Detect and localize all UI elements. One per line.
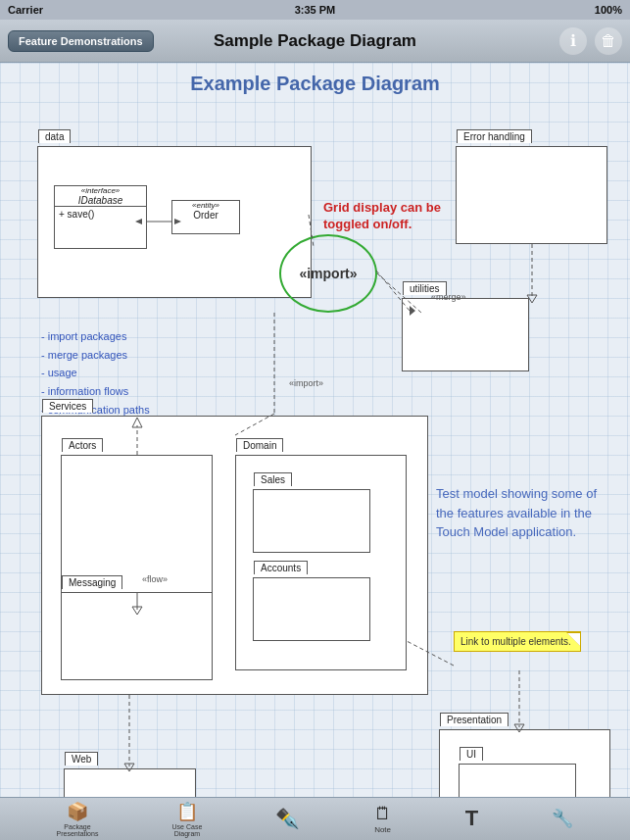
nav-bar: Feature Demonstrations Sample Package Di… bbox=[0, 20, 630, 63]
note-text: Link to multiple elements. bbox=[460, 636, 571, 647]
note-corner-inner bbox=[567, 633, 580, 646]
pkg-web[interactable]: Web bbox=[64, 768, 196, 797]
toolbar-item-pen[interactable]: ✒️ bbox=[275, 807, 300, 831]
cls-order[interactable]: «entity» Order bbox=[171, 200, 240, 234]
svg-text:«import»: «import» bbox=[289, 378, 323, 388]
import-circle-text: «import» bbox=[299, 266, 357, 281]
idatabase-method: + save() bbox=[59, 209, 142, 220]
diagram-title: Example Package Diagram bbox=[190, 73, 440, 95]
toolbar-item-usecase[interactable]: 📋 Use CaseDiagram bbox=[172, 801, 203, 837]
grid-text: Grid display can betoggled on/off. bbox=[323, 200, 441, 233]
toolbar-item-package[interactable]: 📦 PackagePresentations bbox=[57, 801, 99, 837]
order-stereotype: «entity» bbox=[172, 201, 239, 210]
feature-item-1: - import packages bbox=[41, 327, 150, 346]
pkg-messaging[interactable]: Messaging bbox=[61, 592, 213, 680]
toolbar-item-text[interactable]: T bbox=[465, 806, 478, 832]
pkg-sales[interactable]: Sales bbox=[253, 489, 370, 553]
toolbar-label-note: Note bbox=[374, 825, 391, 834]
order-name: Order bbox=[172, 210, 239, 221]
pkg-domain-label: Domain bbox=[236, 438, 283, 452]
pkg-utilities[interactable]: utilities bbox=[402, 298, 529, 371]
pen-icon: ✒️ bbox=[275, 807, 300, 830]
text-icon: T bbox=[465, 806, 478, 831]
tool-icon: 🔧 bbox=[552, 808, 573, 829]
note-icon: 🗒 bbox=[374, 804, 392, 824]
note-box[interactable]: Link to multiple elements. bbox=[454, 631, 581, 652]
carrier-label: Carrier bbox=[8, 4, 43, 16]
idatabase-stereotype: «interface» bbox=[55, 186, 146, 195]
status-bar: Carrier 3:35 PM 100% bbox=[0, 0, 630, 20]
pkg-data-label: data bbox=[38, 129, 71, 143]
time-label: 3:35 PM bbox=[295, 4, 336, 16]
info-icon[interactable]: ℹ bbox=[559, 27, 587, 55]
toolbar-item-tool[interactable]: 🔧 bbox=[552, 808, 573, 830]
nav-icons: ℹ 🗑 bbox=[559, 27, 622, 55]
pkg-accounts[interactable]: Accounts bbox=[253, 577, 370, 641]
pkg-actors-label: Actors bbox=[62, 438, 103, 452]
package-icon: 📦 bbox=[67, 801, 88, 822]
import-circle: «import» bbox=[279, 234, 377, 313]
idatabase-name: IDatabase bbox=[55, 195, 146, 207]
pkg-error[interactable]: Error handling bbox=[456, 146, 607, 244]
feature-item-3: - usage bbox=[41, 364, 150, 382]
canvas-area: Example Package Diagram Grid display can… bbox=[0, 63, 630, 797]
pkg-messaging-label: Messaging bbox=[62, 575, 122, 589]
pkg-ui-label: UI bbox=[460, 747, 483, 761]
pkg-web-label: Web bbox=[65, 752, 98, 766]
nav-title: Sample Package Diagram bbox=[214, 31, 416, 51]
usecase-icon: 📋 bbox=[176, 801, 198, 822]
pkg-ui[interactable]: UI bbox=[459, 764, 576, 797]
pkg-utilities-label: utilities bbox=[403, 281, 447, 295]
pkg-sales-label: Sales bbox=[254, 472, 292, 486]
battery-label: 100% bbox=[595, 4, 622, 16]
toolbar-label-usecase: Use CaseDiagram bbox=[172, 823, 203, 837]
toolbar-label-package: PackagePresentations bbox=[57, 823, 99, 837]
pkg-services-label: Services bbox=[42, 399, 93, 413]
pkg-error-label: Error handling bbox=[457, 129, 532, 143]
trash-icon[interactable]: 🗑 bbox=[595, 27, 622, 55]
pkg-accounts-label: Accounts bbox=[254, 561, 308, 574]
feature-item-4: - information flows bbox=[41, 382, 150, 401]
toolbar-item-note[interactable]: 🗒 Note bbox=[374, 804, 392, 834]
pkg-presentation-label: Presentation bbox=[440, 713, 509, 726]
back-button[interactable]: Feature Demonstrations bbox=[8, 30, 154, 52]
toolbar: 📦 PackagePresentations 📋 Use CaseDiagram… bbox=[0, 797, 630, 840]
cls-idatabase[interactable]: «interface» IDatabase + save() bbox=[54, 185, 147, 249]
test-model-text: Test model showing some of the features … bbox=[436, 484, 607, 542]
feature-item-2: - merge packages bbox=[41, 346, 150, 365]
